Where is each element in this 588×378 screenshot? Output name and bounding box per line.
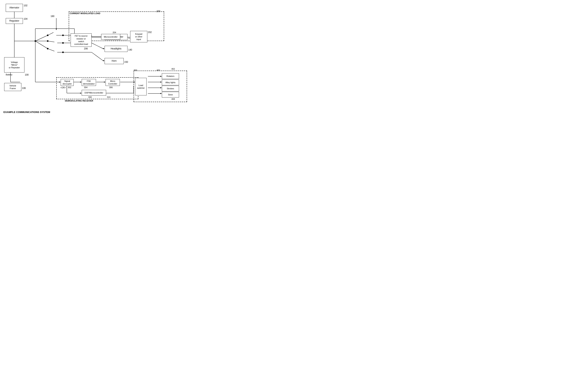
dsp-microcontroller-box: DSP/Microcontroller (82, 90, 106, 95)
battery-box: Voltage "Mirror" or Repeater (4, 57, 25, 72)
label-204: 204 (113, 31, 116, 34)
svg-line-12 (48, 32, 54, 35)
svg-point-31 (62, 52, 64, 53)
svg-line-10 (35, 35, 48, 41)
label-402: 402 (171, 68, 175, 70)
svg-line-21 (48, 41, 55, 42)
signal-decoupler-box: Signal decoupler (61, 79, 74, 86)
label-310: 310 (107, 96, 110, 98)
label-206: 206 (84, 47, 88, 50)
siren-box: Siren (162, 92, 179, 97)
fsk-demodulator-box: FSK demodulator (82, 79, 96, 86)
svg-point-14 (62, 35, 64, 36)
svg-point-28 (47, 48, 48, 49)
alley-lights-box: Alley lights (162, 80, 179, 85)
svg-point-23 (62, 42, 64, 44)
dsp-microcontroller-label: DSP/Microcontroller (84, 91, 103, 94)
svg-marker-34 (103, 60, 105, 61)
microcontroller-204-box: Microcontroller (101, 34, 120, 40)
label-battery-text: Battery (6, 73, 13, 76)
strobes-box: Strobes (162, 86, 179, 91)
headlights-label: Headlights (111, 47, 122, 50)
svg-line-25 (92, 43, 103, 49)
label-306: 306 (109, 86, 113, 89)
label-or: <OR> (60, 86, 66, 89)
label-200: 200 (156, 10, 160, 13)
label-100: 100 (25, 73, 29, 76)
svg-point-11 (47, 35, 48, 36)
alternator-label: Alternator (9, 6, 19, 9)
label-300: 300 (134, 69, 137, 71)
current-modulated-load-title: CURRENT MODULATED LOAD (70, 12, 100, 14)
micro-controller-306-label: Micro Controller (108, 80, 117, 85)
strobes-label: Strobes (167, 87, 174, 90)
label-180: 180 (51, 15, 55, 18)
svg-line-33 (92, 52, 103, 61)
svg-point-20 (47, 40, 48, 42)
headlights-box: Headlights (105, 46, 127, 52)
label-308: 308 (88, 96, 92, 98)
label-140: 140 (128, 48, 132, 51)
label-104: 104 (24, 18, 27, 20)
label-304: 304 (84, 86, 87, 89)
horn-label: Horn (112, 60, 117, 63)
label-202: 202 (148, 31, 152, 34)
alternator-box: Alternator (6, 4, 23, 12)
svg-line-29 (48, 49, 55, 51)
rotators-box: Rotators (162, 73, 179, 79)
vehicle-frame-label: Vehicle Frame (9, 84, 16, 90)
micro-controller-306-box: Micro Controller (106, 79, 120, 86)
load-switcher-label: Load switcher (137, 84, 145, 90)
label-102: 102 (24, 4, 27, 7)
label-150: 150 (124, 61, 128, 63)
fsk-demodulator-label: FSK demodulator (83, 80, 95, 85)
fet-source-box: FET & source resistor or switch controll… (71, 33, 92, 47)
example-communications-title: EXAMPLE COMMUNICATIONS SYSTEM (3, 111, 50, 114)
label-400: 400 (156, 69, 160, 71)
svg-marker-26 (103, 48, 105, 49)
keypad-box: Keypad or other input (130, 31, 147, 42)
alley-lights-label: Alley lights (165, 81, 176, 84)
siren-label: Siren (168, 93, 173, 96)
svg-point-7 (35, 40, 36, 42)
label-106: 106 (22, 87, 26, 90)
keypad-label: Keypad or other input (135, 33, 142, 41)
demodulating-receiver-title: DEMODULATING RECEIVER (65, 100, 93, 102)
svg-marker-64 (56, 29, 57, 30)
signal-decoupler-label: Signal decoupler (63, 80, 72, 85)
diagram: Alternator 102 Regulator 104 Voltage "Mi… (0, 0, 191, 124)
rotators-label: Rotators (166, 75, 174, 78)
regulator-label: Regulator (9, 19, 19, 23)
label-302: 302 (68, 86, 71, 89)
load-switcher-box: Load switcher (135, 78, 147, 95)
battery-label: Voltage "Mirror" or Repeater (9, 61, 20, 69)
vehicle-frame-box: Vehicle Frame (4, 83, 21, 91)
microcontroller-204-label: Microcontroller (104, 36, 118, 38)
svg-line-27 (35, 41, 48, 49)
fet-source-label: FET & source resistor or switch controll… (74, 35, 88, 45)
horn-box: Horn (105, 58, 124, 64)
regulator-box: Regulator (6, 18, 23, 24)
label-408: 408 (171, 98, 175, 100)
